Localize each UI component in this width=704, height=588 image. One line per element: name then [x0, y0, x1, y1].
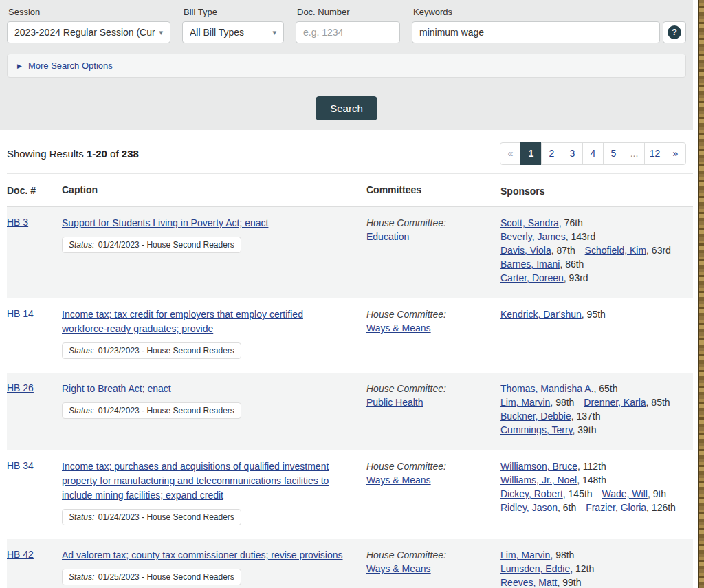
sponsor-item: Lim, Marvin, 98th	[500, 395, 574, 409]
committee-type-label: House Committee:	[366, 548, 500, 562]
committee-link[interactable]: Ways & Means	[366, 323, 431, 334]
sponsor-district: , 85th	[646, 397, 670, 408]
caption-link[interactable]: Right to Breath Act; enact	[62, 383, 171, 394]
status-value: 01/24/2023 - House Second Readers	[98, 406, 234, 415]
committee-type-label: House Committee:	[366, 216, 500, 230]
sponsor-district: , 98th	[550, 397, 574, 408]
status-value: 01/25/2023 - House Second Readers	[98, 572, 234, 582]
caption-link[interactable]: Support for Students Living in Poverty A…	[62, 217, 268, 228]
showing-results-text: Showing Results 1-20 of 238	[7, 148, 139, 160]
pagination-next[interactable]: »	[665, 142, 686, 165]
session-select[interactable]: 2023-2024 Regular Session (Curren ▾	[7, 21, 170, 43]
committee-link[interactable]: Public Health	[366, 397, 424, 408]
header-doc-number: Doc. #	[7, 184, 62, 198]
sponsor-link[interactable]: Lim, Marvin	[500, 549, 550, 560]
sponsor-item: Kendrick, Dar'shun, 95th	[500, 307, 606, 321]
sponsor-district: , 76th	[559, 217, 583, 228]
sponsor-link[interactable]: Ridley, Jason	[500, 502, 558, 513]
doc-number-link[interactable]: HB 14	[7, 308, 34, 319]
keywords-help-button[interactable]: ?	[663, 21, 686, 43]
committee-link[interactable]: Education	[366, 231, 409, 242]
pagination-prev[interactable]: «	[500, 142, 521, 165]
sponsor-district: , 148th	[577, 475, 606, 486]
sponsor-district: , 98th	[550, 549, 574, 560]
keywords-input[interactable]: minimum wage	[412, 21, 660, 43]
caption-link[interactable]: Income tax; purchases and acquisitions o…	[62, 461, 329, 501]
results-table: Doc. # Caption Committees Sponsors HB 3S…	[0, 173, 693, 588]
results-bar: Showing Results 1-20 of 238 «12345...12»	[0, 130, 693, 173]
pagination-page-5[interactable]: 5	[603, 142, 624, 165]
doc-number-link[interactable]: HB 42	[7, 549, 34, 560]
status-label: Status:	[69, 512, 94, 522]
search-button[interactable]: Search	[316, 96, 377, 120]
chevron-down-icon: ▾	[272, 28, 276, 37]
caption-link[interactable]: Income tax; tax credit for employers tha…	[62, 309, 303, 334]
table-row: HB 3Support for Students Living in Pover…	[7, 207, 693, 298]
pagination-page-12[interactable]: 12	[644, 142, 666, 165]
triangle-right-icon: ▶	[17, 63, 22, 69]
sponsor-link[interactable]: Carter, Doreen	[500, 272, 564, 283]
sponsor-district: , 143rd	[566, 231, 596, 242]
sponsor-link[interactable]: Scott, Sandra	[500, 217, 559, 228]
header-sponsors: Sponsors	[500, 184, 693, 198]
sponsor-link[interactable]: Kendrick, Dar'shun	[500, 309, 582, 320]
sponsor-link[interactable]: Williamson, Bruce	[500, 461, 578, 472]
pagination-page-3[interactable]: 3	[562, 142, 583, 165]
sponsor-link[interactable]: Drenner, Karla	[584, 397, 646, 408]
sponsor-link[interactable]: Lim, Marvin	[500, 397, 550, 408]
sponsor-link[interactable]: Beverly, James	[500, 231, 566, 242]
sponsor-item: Barnes, Imani, 86th	[500, 257, 584, 271]
committee-type-label: House Committee:	[366, 382, 500, 395]
sponsor-link[interactable]: Reeves, Matt	[500, 577, 557, 588]
doc-number-link[interactable]: HB 3	[7, 217, 28, 228]
search-panel: Session 2023-2024 Regular Session (Curre…	[0, 0, 693, 130]
sponsor-link[interactable]: Barnes, Imani	[500, 259, 560, 270]
keywords-input-value: minimum wage	[419, 27, 484, 38]
sponsor-district: , 9th	[648, 488, 666, 499]
bill-type-label: Bill Type	[184, 7, 284, 17]
bill-type-select[interactable]: All Bill Types ▾	[182, 21, 284, 43]
committee-type-label: House Committee:	[366, 459, 500, 473]
sponsor-district: , 6th	[558, 502, 576, 513]
more-search-options-toggle[interactable]: ▶ More Search Options	[7, 54, 686, 78]
committee-link[interactable]: Ways & Means	[366, 475, 431, 486]
sponsor-district: , 93rd	[564, 272, 588, 283]
sponsor-link[interactable]: Schofield, Kim	[585, 245, 646, 256]
pagination-page-current[interactable]: 1	[520, 142, 542, 165]
doc-number-input[interactable]: e.g. 1234	[296, 21, 400, 43]
committee-link[interactable]: Ways & Means	[366, 563, 431, 574]
pagination-ellipsis: ...	[624, 142, 645, 165]
sponsor-district: , 65th	[593, 383, 617, 394]
sponsor-link[interactable]: Lumsden, Eddie	[500, 563, 570, 574]
sponsor-district: , 137th	[571, 411, 601, 422]
session-label: Session	[8, 7, 170, 17]
sponsor-item: Davis, Viola, 87th	[500, 243, 575, 257]
sponsor-link[interactable]: Dickey, Robert	[500, 488, 563, 499]
status-badge: Status: 01/24/2023 - House Second Reader…	[62, 509, 241, 525]
status-value: 01/23/2023 - House Second Readers	[98, 346, 234, 356]
sponsors-cell: Lim, Marvin, 98th Lumsden, Eddie, 12th R…	[500, 548, 693, 588]
status-value: 01/24/2023 - House Second Readers	[98, 240, 234, 250]
sponsor-link[interactable]: Wade, Will	[602, 488, 648, 499]
sponsor-link[interactable]: Buckner, Debbie	[500, 411, 571, 422]
pagination-page-2[interactable]: 2	[541, 142, 562, 165]
sponsor-link[interactable]: Thomas, Mandisha A.	[500, 383, 593, 394]
sponsor-link[interactable]: Frazier, Gloria	[586, 502, 646, 513]
header-committees: Committees	[366, 184, 500, 198]
doc-number-link[interactable]: HB 34	[7, 460, 34, 471]
sponsor-item: Lumsden, Eddie, 12th	[500, 562, 594, 576]
status-label: Status:	[69, 406, 94, 415]
doc-number-label: Doc. Number	[297, 7, 400, 17]
sponsor-link[interactable]: Cummings, Terry	[500, 424, 573, 435]
sponsor-link[interactable]: Davis, Viola	[500, 245, 551, 256]
pagination: «12345...12»	[500, 142, 686, 165]
results-table-body: HB 3Support for Students Living in Pover…	[7, 207, 693, 588]
pagination-page-4[interactable]: 4	[582, 142, 604, 165]
status-label: Status:	[69, 240, 94, 250]
sponsor-link[interactable]: Williams, Jr., Noel	[500, 475, 577, 486]
sponsor-item: Buckner, Debbie, 137th	[500, 409, 601, 423]
table-row: HB 14Income tax; tax credit for employer…	[7, 298, 693, 373]
status-value: 01/24/2023 - House Second Readers	[98, 512, 234, 522]
caption-link[interactable]: Ad valorem tax; county tax commissioner …	[62, 549, 343, 560]
doc-number-link[interactable]: HB 26	[7, 382, 34, 393]
